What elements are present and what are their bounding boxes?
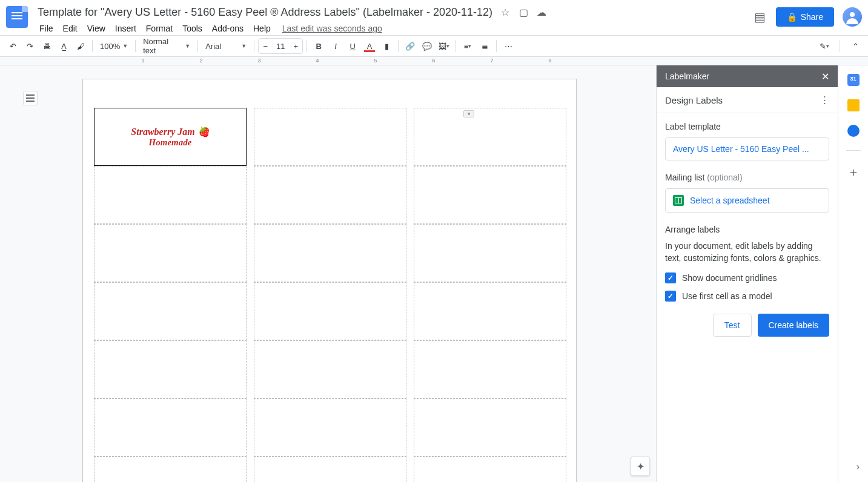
collapse-toolbar-button[interactable]: ⌃ <box>847 38 863 54</box>
document-canvas[interactable]: Strawberry Jam 🍓 Homemade ▾ ✦ <box>15 65 656 482</box>
line-spacing-button[interactable]: ≣ <box>477 38 492 54</box>
style-value: Normal text <box>143 37 182 55</box>
get-addons-icon[interactable]: ＋ <box>847 164 860 180</box>
align-button[interactable]: ≡▾ <box>460 38 475 54</box>
menu-view[interactable]: View <box>83 21 110 36</box>
label-cell[interactable] <box>94 398 247 457</box>
spreadsheet-select[interactable]: Select a spreadsheet <box>665 188 829 213</box>
font-size-increase[interactable]: + <box>289 42 302 51</box>
zoom-dropdown[interactable]: 100%▼ <box>96 38 131 54</box>
calendar-icon[interactable] <box>847 74 860 86</box>
label-cell[interactable] <box>94 166 247 224</box>
cloud-status-icon[interactable]: ☁ <box>536 7 547 18</box>
label-cell[interactable] <box>414 340 566 398</box>
outline-toggle-icon[interactable] <box>23 91 38 105</box>
label-cell[interactable] <box>414 224 566 282</box>
labelmaker-sidebar: Labelmaker ✕ Design Labels ⋮ Label templ… <box>656 65 838 482</box>
menu-format[interactable]: Format <box>142 21 177 36</box>
bold-button[interactable]: B <box>311 38 326 54</box>
insert-image-button[interactable]: 🖼▾ <box>436 38 452 54</box>
design-labels-heading: Design Labels <box>665 95 723 105</box>
font-size-decrease[interactable]: − <box>259 42 272 51</box>
font-size-control: − 11 + <box>258 38 303 54</box>
label-cell[interactable] <box>414 282 566 340</box>
document-title[interactable]: Template for "Avery US Letter - 5160 Eas… <box>35 5 495 20</box>
create-labels-button[interactable]: Create labels <box>758 314 830 337</box>
ruler-num: 2 <box>199 58 202 64</box>
label-grid: Strawberry Jam 🍓 Homemade <box>94 108 566 482</box>
sidebar-titlebar: Labelmaker ✕ <box>657 65 838 87</box>
menu-edit[interactable]: Edit <box>59 21 82 36</box>
account-avatar[interactable] <box>843 7 862 27</box>
label-cell[interactable] <box>94 224 247 282</box>
undo-button[interactable]: ↶ <box>5 38 21 54</box>
checkbox-checked-icon[interactable]: ✓ <box>665 272 676 283</box>
share-button[interactable]: 🔒 Share <box>776 7 834 27</box>
text-color-button[interactable]: A <box>362 38 377 54</box>
font-size-value[interactable]: 11 <box>272 42 289 51</box>
editing-mode-button[interactable]: ✎▾ <box>817 38 832 54</box>
label-cell[interactable] <box>254 108 406 166</box>
arrange-section-label: Arrange labels <box>665 225 829 234</box>
document-page[interactable]: Strawberry Jam 🍓 Homemade ▾ <box>82 79 577 482</box>
ruler-num: 6 <box>432 58 435 64</box>
horizontal-ruler[interactable]: 1 2 3 4 5 6 7 8 <box>0 57 868 65</box>
spellcheck-button[interactable]: A̲ <box>56 38 71 54</box>
label-cell[interactable] <box>254 398 406 457</box>
menu-addons[interactable]: Add-ons <box>208 21 248 36</box>
template-section-label: Label template <box>665 122 829 131</box>
last-edit-link[interactable]: Last edit was seconds ago <box>282 24 382 33</box>
menu-tools[interactable]: Tools <box>178 21 207 36</box>
ruler-num: 1 <box>141 58 144 64</box>
label-cell[interactable] <box>94 340 247 398</box>
label-cell[interactable] <box>414 457 566 482</box>
paragraph-style-dropdown[interactable]: Normal text▼ <box>139 38 194 54</box>
comments-icon[interactable]: ▤ <box>753 10 767 24</box>
ruler-num: 7 <box>490 58 493 64</box>
paint-format-button[interactable]: 🖌 <box>73 38 88 54</box>
print-button[interactable]: 🖶 <box>39 38 55 54</box>
label-cell[interactable] <box>414 108 566 166</box>
star-icon[interactable]: ☆ <box>500 7 511 18</box>
template-select[interactable]: Avery US Letter - 5160 Easy Peel ... <box>665 137 829 160</box>
insert-link-button[interactable]: 🔗 <box>402 38 418 54</box>
side-panel-rail: ＋ <box>838 65 868 482</box>
more-tools-button[interactable]: ⋯ <box>500 38 516 54</box>
close-sidebar-icon[interactable]: ✕ <box>821 71 829 82</box>
label-cell[interactable] <box>254 457 406 482</box>
redo-button[interactable]: ↷ <box>22 38 38 54</box>
italic-button[interactable]: I <box>328 38 343 54</box>
mailing-optional-text: (optional) <box>707 173 742 182</box>
label-cell[interactable] <box>254 224 406 282</box>
label-text-line1: Strawberry Jam 🍓 <box>131 126 209 137</box>
label-cell[interactable] <box>94 457 247 482</box>
menu-file[interactable]: File <box>35 21 58 36</box>
menu-help[interactable]: Help <box>249 21 275 36</box>
label-cell[interactable] <box>414 166 566 224</box>
label-cell-first[interactable]: Strawberry Jam 🍓 Homemade <box>94 108 247 166</box>
tasks-icon[interactable] <box>847 125 860 137</box>
label-cell[interactable] <box>254 166 406 224</box>
label-cell[interactable] <box>254 282 406 340</box>
docs-logo-icon[interactable] <box>6 6 28 28</box>
label-cell[interactable] <box>254 340 406 398</box>
menu-insert[interactable]: Insert <box>111 21 141 36</box>
checkbox-checked-icon[interactable]: ✓ <box>665 291 676 302</box>
insert-comment-button[interactable]: 💬 <box>419 38 435 54</box>
keep-icon[interactable] <box>847 99 860 111</box>
main-layout: Strawberry Jam 🍓 Homemade ▾ ✦ Labelmake <box>0 65 868 482</box>
move-icon[interactable]: ▢ <box>518 7 529 18</box>
label-cell[interactable] <box>414 398 566 457</box>
underline-button[interactable]: U <box>345 38 360 54</box>
highlight-button[interactable]: ▮ <box>379 38 394 54</box>
model-checkbox-row[interactable]: ✓ Use first cell as a model <box>665 291 829 302</box>
sidebar-more-icon[interactable]: ⋮ <box>820 94 829 105</box>
vertical-ruler[interactable] <box>0 65 15 482</box>
side-panel-toggle-icon[interactable]: › <box>856 461 860 472</box>
explore-button[interactable]: ✦ <box>631 457 650 476</box>
test-button[interactable]: Test <box>713 314 752 337</box>
table-cell-menu-icon[interactable]: ▾ <box>463 110 474 117</box>
gridlines-checkbox-row[interactable]: ✓ Show document gridlines <box>665 272 829 283</box>
font-dropdown[interactable]: Arial▼ <box>202 38 250 54</box>
label-cell[interactable] <box>94 282 247 340</box>
